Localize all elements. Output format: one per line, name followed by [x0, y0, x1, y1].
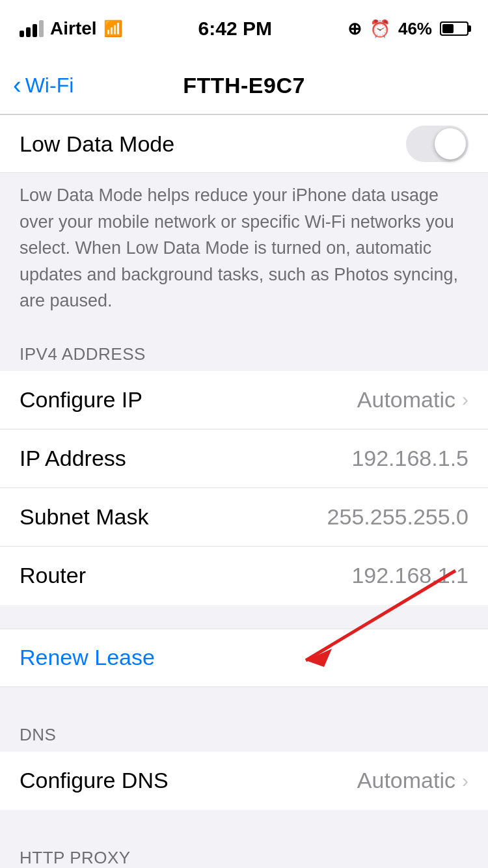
back-button[interactable]: ‹ Wi-Fi	[13, 74, 74, 98]
ipv4-section-header: IPV4 ADDRESS	[0, 330, 488, 371]
wifi-status-icon: 📶	[103, 20, 123, 38]
status-left: Airtel 📶	[20, 18, 123, 39]
dns-card: Configure DNS Automatic ›	[0, 752, 488, 810]
renew-lease-spacer	[0, 687, 488, 711]
chevron-left-icon: ‹	[13, 73, 21, 98]
router-row: Router 192.168.1.1	[0, 547, 488, 605]
status-right: ⊕ ⏰ 46%	[347, 19, 468, 39]
chevron-right-dns-icon: ›	[462, 770, 468, 792]
battery-icon	[440, 21, 468, 36]
router-label: Router	[20, 563, 86, 588]
ip-address-label: IP Address	[20, 446, 126, 471]
subnet-mask-label: Subnet Mask	[20, 504, 148, 530]
low-data-mode-toggle[interactable]	[406, 126, 468, 162]
configure-ip-label: Configure IP	[20, 387, 142, 413]
page-title: FTTH-E9C7	[183, 73, 305, 98]
low-data-mode-row: Low Data Mode	[0, 115, 488, 173]
renew-lease-button[interactable]: Renew Lease	[20, 645, 155, 670]
nav-bar: ‹ Wi-Fi FTTH-E9C7	[0, 57, 488, 115]
status-time: 6:42 PM	[198, 18, 272, 40]
ip-address-value: 192.168.1.5	[351, 446, 468, 471]
battery-percent: 46%	[398, 19, 432, 39]
subnet-mask-value: 255.255.255.0	[327, 504, 468, 530]
low-data-mode-label: Low Data Mode	[20, 131, 174, 157]
status-bar: Airtel 📶 6:42 PM ⊕ ⏰ 46%	[0, 0, 488, 57]
alarm-icon: ⏰	[370, 19, 390, 39]
renew-lease-row[interactable]: Renew Lease	[0, 629, 488, 687]
configure-ip-row[interactable]: Configure IP Automatic ›	[0, 371, 488, 429]
configure-dns-row[interactable]: Configure DNS Automatic ›	[0, 752, 488, 810]
lock-icon: ⊕	[347, 19, 362, 39]
dns-section-header: DNS	[0, 711, 488, 752]
carrier-label: Airtel	[50, 18, 97, 39]
configure-dns-value: Automatic ›	[357, 768, 468, 793]
configure-dns-label: Configure DNS	[20, 768, 169, 793]
ipv4-spacer	[0, 605, 488, 629]
back-label: Wi-Fi	[25, 74, 74, 98]
chevron-right-icon: ›	[462, 388, 468, 411]
router-value: 192.168.1.1	[351, 563, 468, 588]
ipv4-card: Configure IP Automatic › IP Address 192.…	[0, 371, 488, 605]
svg-marker-1	[306, 649, 332, 667]
dns-spacer	[0, 810, 488, 834]
ip-address-row: IP Address 192.168.1.5	[0, 429, 488, 488]
subnet-mask-row: Subnet Mask 255.255.255.0	[0, 488, 488, 547]
configure-ip-value: Automatic ›	[357, 387, 468, 413]
low-data-mode-description: Low Data Mode helps reduce your iPhone d…	[0, 173, 488, 330]
signal-icon	[20, 20, 44, 37]
http-proxy-section-header: HTTP PROXY	[0, 834, 488, 869]
